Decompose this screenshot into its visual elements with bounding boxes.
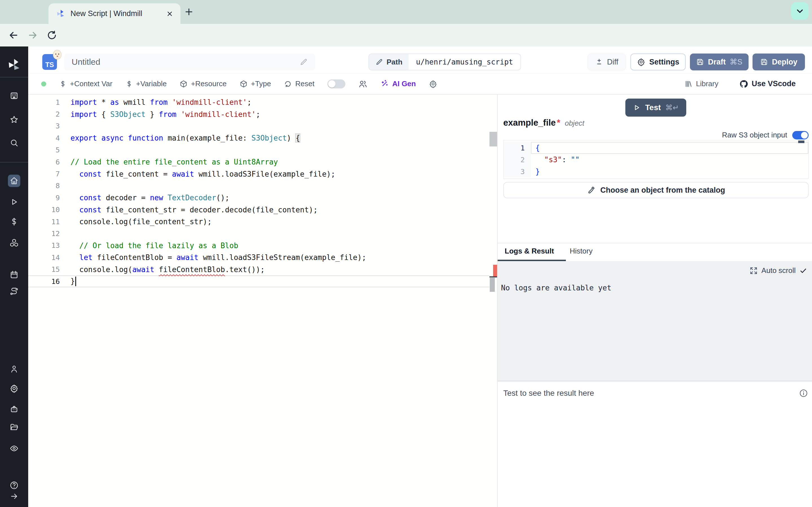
building-icon bbox=[10, 91, 18, 100]
code-line[interactable]: 12 bbox=[28, 228, 490, 239]
json-arg-editor[interactable]: 1{2 "s3": ""3} bbox=[503, 140, 809, 179]
forward-icon[interactable] bbox=[27, 30, 38, 41]
sidebar-item-folders[interactable] bbox=[8, 421, 20, 434]
sidebar-divider bbox=[0, 162, 28, 163]
ai-gen-button[interactable]: AI Gen bbox=[380, 79, 416, 88]
code-line[interactable]: 6// Load the entire file_content as a Ui… bbox=[28, 156, 490, 168]
json-line[interactable]: 3} bbox=[504, 166, 808, 177]
code-line[interactable]: 2import { S3Object } from 'windmill-clie… bbox=[28, 108, 490, 120]
argument-header: example_file* object bbox=[503, 118, 585, 128]
add-type-button[interactable]: +Type bbox=[240, 79, 271, 88]
save-icon bbox=[760, 58, 768, 66]
code-line[interactable]: 9 const decoder = new TextDecoder(); bbox=[28, 192, 490, 204]
sidebar-item-flows[interactable] bbox=[8, 285, 20, 298]
tab-history[interactable]: History bbox=[570, 247, 593, 260]
sidebar-item-help[interactable] bbox=[8, 479, 20, 492]
raw-s3-row: Raw S3 object input bbox=[722, 131, 809, 139]
json-lines: 1{2 "s3": ""3} bbox=[504, 142, 808, 177]
code-line[interactable]: 7 const file_content = await wmill.loadS… bbox=[28, 168, 490, 180]
editor-scrollbar[interactable] bbox=[490, 95, 497, 507]
code-line[interactable]: 4export async function main(example_file… bbox=[28, 132, 490, 144]
test-button[interactable]: Test ⌘↵ bbox=[625, 99, 686, 117]
sidebar-item-expand[interactable] bbox=[8, 490, 20, 503]
test-shortcut: ⌘↵ bbox=[665, 103, 679, 112]
gear-icon bbox=[637, 58, 645, 66]
summary-input[interactable]: Untitled bbox=[64, 54, 315, 70]
no-logs-message: No logs are available yet bbox=[501, 284, 611, 292]
code-line[interactable]: 3 bbox=[28, 120, 490, 132]
tab-search-button[interactable] bbox=[791, 2, 809, 20]
package-icon bbox=[240, 80, 248, 88]
reload-icon[interactable] bbox=[46, 30, 57, 41]
sidebar-item-schedules[interactable] bbox=[8, 269, 20, 281]
sidebar-item-audit-logs[interactable] bbox=[8, 442, 20, 455]
chevron-down-icon bbox=[795, 6, 805, 16]
path-editor[interactable]: Path u/henri/amusing_script bbox=[368, 54, 521, 70]
editor-toolbar: +Context Var +Variable +Resource +Type R… bbox=[28, 73, 812, 95]
use-vscode-button[interactable]: Use VScode bbox=[739, 79, 796, 89]
line-number: 15 bbox=[28, 265, 70, 274]
code-lines: 1import * as wmill from 'windmill-client… bbox=[28, 96, 490, 287]
scrollbar-thumb[interactable] bbox=[490, 132, 497, 147]
multiplayer-toggle[interactable] bbox=[327, 79, 345, 89]
sidebar-item-search[interactable] bbox=[8, 136, 20, 149]
json-line[interactable]: 1{ bbox=[504, 142, 808, 154]
tab-close-icon[interactable] bbox=[166, 10, 174, 18]
scrollbar-thumb[interactable] bbox=[490, 278, 495, 292]
diff-button[interactable]: Diff bbox=[588, 54, 626, 70]
sidebar-item-runs[interactable] bbox=[8, 196, 20, 208]
gear-icon bbox=[10, 384, 18, 393]
reset-button[interactable]: Reset bbox=[284, 79, 314, 88]
code-line[interactable]: 10 const file_content_str = decoder.deco… bbox=[28, 204, 490, 216]
editor-toolbar-right: Library Use VScode bbox=[684, 79, 812, 89]
line-number: 10 bbox=[28, 206, 70, 214]
tab-logs-result[interactable]: Logs & Result bbox=[505, 247, 554, 260]
sidebar-item-workspace[interactable] bbox=[8, 90, 20, 102]
sidebar-item-resources[interactable] bbox=[8, 237, 20, 249]
raw-s3-toggle[interactable] bbox=[792, 131, 809, 139]
draft-button[interactable]: Draft ⌘S bbox=[690, 54, 749, 70]
code-line[interactable]: 14 let fileContentBlob = await wmill.loa… bbox=[28, 251, 490, 263]
sidebar-item-variables[interactable] bbox=[8, 216, 20, 228]
back-icon[interactable] bbox=[8, 30, 19, 41]
expand-icon[interactable] bbox=[750, 267, 758, 275]
line-number: 5 bbox=[28, 146, 70, 154]
info-icon[interactable] bbox=[799, 389, 808, 398]
editor-toolbar-left: +Context Var +Variable +Resource +Type R… bbox=[28, 79, 437, 89]
code-line[interactable]: 1import * as wmill from 'windmill-client… bbox=[28, 96, 490, 108]
code-line[interactable]: 13 // Or load the file lazily as a Blob bbox=[28, 240, 490, 251]
add-resource-button[interactable]: +Resource bbox=[180, 79, 226, 88]
new-tab-icon[interactable] bbox=[184, 7, 194, 17]
browser-tab[interactable]: New Script | Windmill bbox=[49, 3, 181, 24]
code-line[interactable]: 5 bbox=[28, 144, 490, 156]
add-variable-button[interactable]: +Variable bbox=[125, 79, 167, 88]
json-line[interactable]: 2 "s3": "" bbox=[504, 154, 808, 166]
dollar-icon bbox=[10, 217, 18, 226]
deploy-button[interactable]: Deploy bbox=[753, 54, 805, 70]
auto-scroll-control[interactable]: Auto scroll bbox=[750, 266, 807, 275]
sidebar-item-user[interactable] bbox=[8, 363, 20, 375]
choose-object-button[interactable]: Choose an object from the catalog bbox=[503, 182, 809, 198]
line-number: 6 bbox=[28, 158, 70, 166]
add-context-var-button[interactable]: +Context Var bbox=[59, 79, 112, 88]
diff-icon bbox=[595, 58, 603, 66]
code-line[interactable]: 11 console.log(file_content_str); bbox=[28, 216, 490, 228]
editor-settings-gear-icon[interactable] bbox=[429, 80, 437, 88]
sidebar-item-workers[interactable] bbox=[8, 403, 20, 415]
browser-tab-strip: New Script | Windmill bbox=[0, 0, 812, 24]
library-button[interactable]: Library bbox=[684, 79, 718, 88]
code-line[interactable]: 16} bbox=[28, 276, 490, 287]
sidebar-item-favorites[interactable] bbox=[8, 114, 20, 126]
code-line[interactable]: 15 console.log(await fileContentBlob.tex… bbox=[28, 263, 490, 275]
settings-button[interactable]: Settings bbox=[630, 54, 686, 70]
code-editor[interactable]: 1import * as wmill from 'windmill-client… bbox=[28, 95, 497, 507]
sidebar-divider bbox=[0, 77, 28, 77]
line-number: 4 bbox=[28, 134, 70, 142]
json-scrollbar-thumb[interactable] bbox=[798, 140, 804, 143]
sidebar-item-settings[interactable] bbox=[8, 382, 20, 395]
code-line[interactable]: 8 bbox=[28, 180, 490, 192]
windmill-logo-icon[interactable] bbox=[7, 58, 21, 72]
sidebar-item-home[interactable] bbox=[8, 175, 20, 187]
magic-wand-icon bbox=[380, 80, 389, 88]
route-icon bbox=[10, 287, 18, 296]
